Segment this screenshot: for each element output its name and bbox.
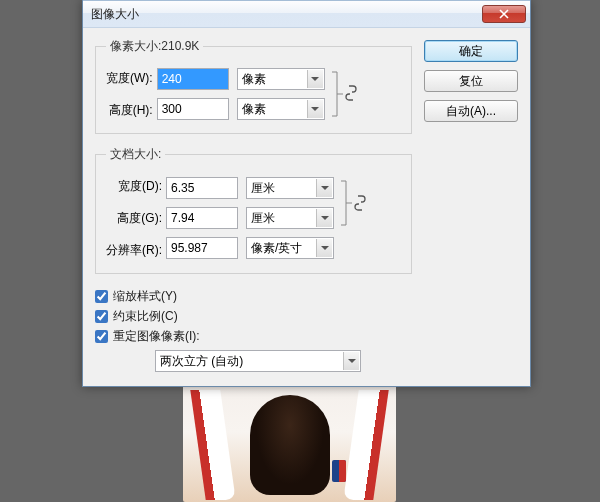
chevron-down-icon	[343, 352, 359, 370]
chevron-down-icon	[316, 239, 332, 257]
resolution-input[interactable]	[166, 237, 238, 259]
reset-button[interactable]: 复位	[424, 70, 518, 92]
pixel-height-label: 高度(H):	[109, 99, 153, 121]
resample-checkbox[interactable]	[95, 330, 108, 343]
doc-group-legend: 文档大小:	[106, 146, 165, 163]
resolution-unit-select[interactable]: 像素/英寸	[246, 237, 334, 259]
doc-height-unit-select[interactable]: 厘米	[246, 207, 334, 229]
auto-button[interactable]: 自动(A)...	[424, 100, 518, 122]
constrain-proportions-row[interactable]: 约束比例(C)	[95, 306, 412, 326]
background-photo	[183, 385, 396, 502]
pixel-height-input[interactable]	[157, 98, 229, 120]
doc-height-input[interactable]	[166, 207, 238, 229]
pixel-group-legend: 像素大小:210.9K	[106, 38, 203, 55]
chain-icon[interactable]	[354, 195, 366, 214]
constrain-checkbox[interactable]	[95, 310, 108, 323]
doc-width-unit-select[interactable]: 厘米	[246, 177, 334, 199]
doc-width-input[interactable]	[166, 177, 238, 199]
chevron-down-icon	[316, 209, 332, 227]
chevron-down-icon	[316, 179, 332, 197]
options-checks: 缩放样式(Y) 约束比例(C) 重定图像像素(I):	[95, 286, 412, 346]
image-size-dialog: 图像大小 像素大小:210.9K 宽度(W): 高度(H):	[82, 0, 531, 387]
resample-row[interactable]: 重定图像像素(I):	[95, 326, 412, 346]
pixel-width-unit-select[interactable]: 像素	[237, 68, 325, 90]
pixel-dimensions-group: 像素大小:210.9K 宽度(W): 高度(H): 像素 像素	[95, 38, 412, 134]
chevron-down-icon	[307, 70, 323, 88]
pixel-width-label: 宽度(W):	[106, 67, 153, 89]
resample-method-select[interactable]: 两次立方 (自动)	[155, 350, 361, 372]
resolution-label: 分辨率(R):	[106, 239, 162, 261]
chain-icon[interactable]	[345, 85, 357, 104]
scale-styles-row[interactable]: 缩放样式(Y)	[95, 286, 412, 306]
pixel-width-input[interactable]	[157, 68, 229, 90]
doc-height-label: 高度(G):	[117, 207, 162, 229]
close-button[interactable]	[482, 5, 526, 23]
doc-width-label: 宽度(D):	[118, 175, 162, 197]
document-size-group: 文档大小: 宽度(D): 高度(G): 分辨率(R): 厘米 厘米	[95, 146, 412, 274]
close-icon	[499, 9, 509, 19]
titlebar[interactable]: 图像大小	[83, 0, 530, 28]
scale-styles-checkbox[interactable]	[95, 290, 108, 303]
pixel-height-unit-select[interactable]: 像素	[237, 98, 325, 120]
ok-button[interactable]: 确定	[424, 40, 518, 62]
chevron-down-icon	[307, 100, 323, 118]
window-title: 图像大小	[91, 6, 482, 23]
